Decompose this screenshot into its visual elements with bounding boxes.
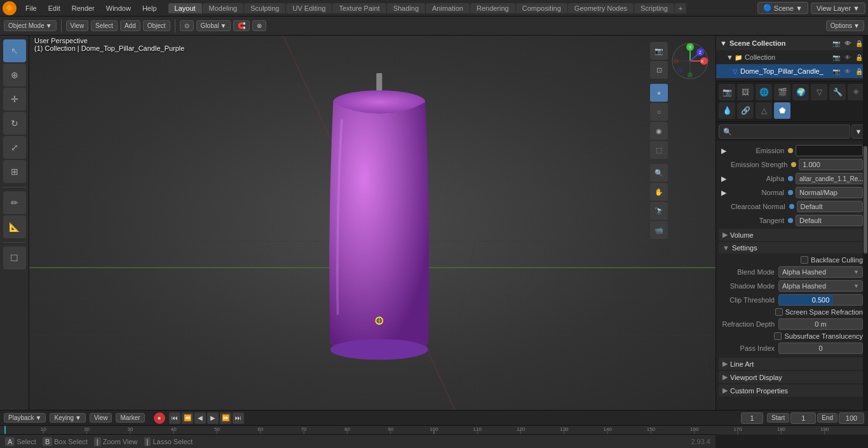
move-tool-btn[interactable]: ✛ <box>3 88 26 111</box>
tab-animation[interactable]: Animation <box>426 3 470 13</box>
nav-gizmo-container[interactable]: X Y Z <box>671 42 709 81</box>
tab-shading[interactable]: Shading <box>387 3 425 13</box>
keying-btn[interactable]: Keying▼ <box>50 413 85 423</box>
record-btn[interactable]: ● <box>154 412 165 424</box>
frame-end-field[interactable]: 100 <box>839 412 864 424</box>
emission-value[interactable] <box>796 145 863 156</box>
current-frame-field[interactable]: 1 <box>741 412 763 424</box>
menu-window[interactable]: Window <box>101 3 136 13</box>
screen-space-refraction-checkbox[interactable] <box>775 308 783 316</box>
shading-render-btn[interactable]: ◉ <box>650 122 668 140</box>
right-panel-scroll-thumb[interactable] <box>864 146 867 254</box>
tab-geometry-nodes[interactable]: Geometry Nodes <box>568 3 634 13</box>
main-viewport[interactable]: X Y Z 📷 ⊡ ● <box>29 36 715 410</box>
frame-start-field[interactable]: 1 <box>790 412 816 424</box>
viewport-canvas[interactable]: X Y Z 📷 ⊡ ● <box>29 36 715 410</box>
prop-modifier-icon[interactable]: 🔧 <box>829 84 846 100</box>
transform-tool-btn[interactable]: ⊞ <box>3 160 26 183</box>
normal-expand[interactable]: ▶ <box>721 189 731 197</box>
tab-add[interactable]: + <box>675 3 686 13</box>
emission-strength-value[interactable]: 1.000 <box>799 159 863 170</box>
prop-particles-icon[interactable]: ✳ <box>848 84 864 100</box>
prop-scene-icon[interactable]: 🎬 <box>774 84 790 100</box>
volume-section-header[interactable]: ▶ Volume <box>719 229 865 241</box>
playback-btn[interactable]: Playback▼ <box>4 413 46 423</box>
menu-render[interactable]: Render <box>67 3 100 13</box>
tree-item-mesh[interactable]: ▶ ▽ Dome_Top_Pillar_Candle_ 📷 👁 🔒 <box>716 64 868 78</box>
shading-material-btn[interactable]: ○ <box>650 103 668 121</box>
add-cube-btn[interactable]: ☐ <box>3 247 26 269</box>
custom-properties-section-header[interactable]: ▶ Custom Properties <box>719 384 865 397</box>
jump-start-btn[interactable]: ⏮ <box>169 412 180 424</box>
tab-layout[interactable]: Layout <box>168 3 202 13</box>
object-menu[interactable]: Object <box>143 20 170 31</box>
mesh-camera-btn[interactable]: 📷 <box>831 66 841 76</box>
fly-nav-btn[interactable]: 📹 <box>650 221 668 239</box>
prop-view-icon[interactable]: 🌐 <box>756 84 772 100</box>
menu-file[interactable]: File <box>20 3 42 13</box>
scene-exclude-btn[interactable]: 👁 <box>843 38 853 48</box>
prop-search-container[interactable]: 🔍 <box>719 125 850 139</box>
tab-modeling[interactable]: Modeling <box>203 3 244 13</box>
zoom-view-btn2[interactable]: 🔭 <box>650 202 668 220</box>
view-layer-selector[interactable]: View Layer ▼ <box>811 3 865 14</box>
scale-tool-btn[interactable]: ⤢ <box>3 136 26 159</box>
rotate-tool-btn[interactable]: ↻ <box>3 112 26 135</box>
camera-view-btn[interactable]: 📷 <box>650 42 668 60</box>
normal-value[interactable]: Normal/Map <box>796 187 863 198</box>
tab-scripting[interactable]: Scripting <box>634 3 674 13</box>
prop-world-icon[interactable]: 🌍 <box>792 84 809 100</box>
pan-view-btn[interactable]: ✋ <box>650 183 668 201</box>
pivot-selector[interactable]: ⊙ <box>180 20 194 31</box>
collection-camera-btn[interactable]: 📷 <box>831 52 841 62</box>
scene-selector[interactable]: 🔵 Scene ▼ <box>757 2 808 14</box>
view-menu[interactable]: View <box>66 20 89 31</box>
settings-section-header[interactable]: ▼ Settings <box>719 242 865 254</box>
menu-help[interactable]: Help <box>137 3 162 13</box>
options-btn[interactable]: Options ▼ <box>826 20 864 31</box>
clip-threshold-slider[interactable]: 0.500 <box>778 294 863 306</box>
select-tool-btn[interactable]: ↖ <box>3 39 26 62</box>
scene-render-btn[interactable]: 📷 <box>831 38 841 48</box>
subsurface-translucency-checkbox[interactable] <box>774 332 782 340</box>
jump-end-btn[interactable]: ⏭ <box>233 412 244 424</box>
tab-rendering[interactable]: Rendering <box>470 3 515 13</box>
measure-tool-btn[interactable]: 📐 <box>3 215 26 238</box>
select-menu[interactable]: Select <box>91 20 118 31</box>
prop-output-icon[interactable]: 🖼 <box>737 84 754 100</box>
prop-material-icon[interactable]: ⬟ <box>774 102 790 119</box>
clearcoat-value[interactable]: Default <box>797 201 863 212</box>
step-back-btn[interactable]: ⏪ <box>182 412 193 424</box>
snap-toggle[interactable]: 🧲 <box>233 20 250 31</box>
tree-item-collection[interactable]: ▼ 📁 Collection 📷 👁 🔒 <box>716 50 868 64</box>
proportional-editing[interactable]: ⊗ <box>252 20 266 31</box>
snap-view-btn[interactable]: 🔍 <box>650 164 668 182</box>
backface-culling-checkbox[interactable] <box>801 256 808 264</box>
collection-eye-btn[interactable]: 👁 <box>843 52 853 62</box>
alpha-expand[interactable]: ▶ <box>721 175 731 183</box>
annotate-tool-btn[interactable]: ✏ <box>3 191 26 214</box>
pass-index-value[interactable]: 0 <box>778 343 863 354</box>
play-btn[interactable]: ▶ <box>207 412 219 424</box>
prop-physics-icon[interactable]: 💧 <box>719 102 735 119</box>
prop-constraints-icon[interactable]: 🔗 <box>737 102 754 119</box>
shading-wireframe-btn[interactable]: ⬚ <box>650 141 668 159</box>
nav-gizmo-svg[interactable]: X Y Z <box>671 42 709 80</box>
prop-search-input[interactable] <box>735 125 846 136</box>
alpha-value[interactable]: altar_candle_1.1_Re... <box>796 173 867 184</box>
right-panel-scrollbar[interactable] <box>863 17 868 448</box>
tab-sculpting[interactable]: Sculpting <box>244 3 285 13</box>
shading-solid-btn[interactable]: ● <box>650 84 668 102</box>
blend-mode-dropdown[interactable]: Alpha Hashed ▼ <box>778 266 863 278</box>
prop-object-icon[interactable]: ▽ <box>811 84 827 100</box>
mesh-eye-btn[interactable]: 👁 <box>843 66 853 76</box>
tab-compositing[interactable]: Compositing <box>516 3 567 13</box>
cursor-tool-btn[interactable]: ⊕ <box>3 64 26 86</box>
refraction-depth-value[interactable]: 0 m <box>778 318 863 330</box>
view-btn[interactable]: View <box>90 413 112 423</box>
add-menu[interactable]: Add <box>120 20 140 31</box>
tangent-value[interactable]: Default <box>796 215 863 226</box>
prop-render-icon[interactable]: 📷 <box>719 84 735 100</box>
emission-expand[interactable]: ▶ <box>721 147 731 155</box>
marker-btn[interactable]: Marker <box>116 413 144 423</box>
